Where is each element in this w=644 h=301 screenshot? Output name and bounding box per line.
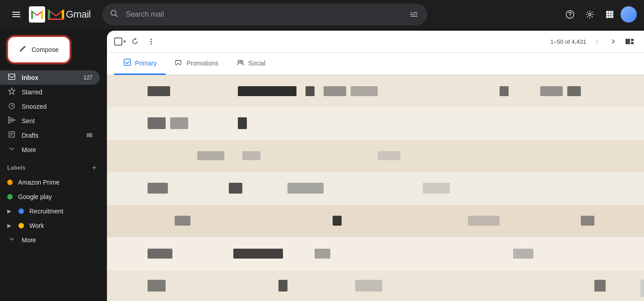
sidebar-item-work[interactable]: ▶ Work [0, 218, 100, 233]
sidebar-item-drafts[interactable]: Drafts 86 [0, 128, 100, 143]
gmail-logo-icon [29, 6, 45, 23]
app-header: Gmail [0, 0, 644, 29]
tab-social[interactable]: Social [227, 53, 274, 75]
recruitment-dot [19, 208, 24, 214]
svg-point-28 [151, 39, 152, 40]
pagination-prev-button[interactable] [590, 34, 604, 49]
more-chevron-icon [7, 145, 16, 155]
svg-point-30 [151, 43, 152, 45]
select-dropdown-icon[interactable]: ▾ [123, 38, 126, 45]
svg-point-36 [241, 60, 243, 63]
settings-button[interactable] [581, 5, 599, 23]
pagination-info: 1–50 of 4,431 [550, 38, 586, 45]
table-row[interactable] [107, 140, 644, 172]
work-label: Work [29, 222, 44, 229]
avatar[interactable] [621, 6, 637, 23]
svg-rect-11 [410, 14, 417, 15]
search-filter-button[interactable] [406, 6, 422, 23]
google-play-label: Google play [18, 193, 52, 200]
sidebar-item-google-play[interactable]: Google play [0, 190, 100, 204]
compose-icon [19, 45, 26, 54]
table-row[interactable] [107, 205, 644, 237]
add-label-button[interactable]: + [89, 162, 100, 173]
svg-rect-21 [606, 14, 608, 16]
sidebar-item-more[interactable]: More [0, 143, 100, 157]
sidebar-item-amazon-prime[interactable]: Amazon Prime [0, 175, 100, 190]
search-bar [102, 4, 427, 25]
svg-rect-26 [611, 16, 613, 18]
inbox-badge: 127 [83, 74, 93, 81]
search-input[interactable] [102, 4, 427, 25]
amazon-prime-dot [7, 180, 13, 185]
svg-rect-33 [631, 42, 634, 44]
sidebar-item-inbox[interactable]: Inbox 127 [0, 70, 100, 85]
svg-point-29 [151, 41, 152, 42]
apps-button[interactable] [601, 5, 619, 23]
sidebar-item-starred[interactable]: Starred [0, 85, 100, 99]
drafts-label: Drafts [22, 132, 38, 139]
email-list[interactable] [107, 75, 644, 301]
more-labels-label: More [22, 236, 36, 244]
recruitment-label: Recruitment [29, 208, 63, 215]
promotions-tab-label: Promotions [186, 60, 218, 67]
refresh-button[interactable] [128, 34, 142, 49]
sent-label: Sent [22, 117, 35, 125]
svg-rect-18 [606, 11, 608, 13]
social-tab-label: Social [248, 60, 265, 67]
starred-label: Starred [22, 88, 42, 96]
svg-rect-0 [12, 12, 20, 13]
svg-rect-25 [609, 16, 611, 18]
sidebar-item-sent[interactable]: Sent [0, 114, 100, 128]
sidebar: Compose Inbox 127 Starred [0, 29, 107, 301]
work-dot [19, 223, 24, 228]
tab-promotions[interactable]: Promotions [166, 53, 227, 75]
sidebar-item-recruitment[interactable]: ▶ Recruitment [0, 204, 100, 218]
inbox-tabs: Primary Promotions [107, 53, 644, 75]
logo-area: Gmail [29, 6, 99, 23]
email-toolbar: ▾ 1–50 of 4,431 [107, 31, 644, 53]
help-button[interactable] [561, 5, 579, 23]
svg-rect-34 [124, 59, 130, 65]
svg-rect-13 [412, 12, 413, 14]
table-row[interactable] [107, 237, 644, 270]
snoozed-label: Snoozed [22, 103, 46, 110]
compose-label: Compose [32, 46, 59, 53]
svg-rect-12 [410, 16, 417, 17]
svg-rect-22 [609, 14, 611, 16]
drafts-badge: 86 [87, 132, 93, 139]
sent-icon [7, 116, 16, 126]
layout-button[interactable] [622, 34, 637, 49]
table-row[interactable] [107, 75, 644, 107]
svg-point-35 [238, 60, 241, 63]
drafts-icon [7, 130, 16, 140]
tab-primary[interactable]: Primary [114, 53, 166, 75]
email-content: ▾ 1–50 of 4,431 [107, 31, 644, 301]
select-all-checkbox[interactable] [114, 37, 122, 46]
table-row[interactable] [107, 107, 644, 140]
more-labels-chevron-icon [7, 235, 16, 245]
svg-rect-20 [611, 11, 613, 13]
sidebar-item-more-labels[interactable]: More [0, 233, 100, 247]
menu-button[interactable] [7, 5, 25, 23]
work-expand-icon: ▶ [7, 222, 11, 229]
svg-point-17 [589, 14, 591, 16]
inbox-label: Inbox [22, 74, 38, 81]
gmail-m-icon [47, 8, 65, 21]
primary-tab-icon [123, 58, 131, 68]
table-row[interactable] [107, 270, 644, 301]
svg-rect-8 [48, 19, 64, 20]
amazon-prime-label: Amazon Prime [18, 179, 60, 186]
svg-rect-19 [609, 11, 611, 13]
star-icon [7, 87, 16, 97]
svg-rect-6 [48, 10, 50, 20]
pagination-next-button[interactable] [606, 34, 621, 49]
more-toolbar-button[interactable] [144, 34, 158, 49]
compose-button[interactable]: Compose [7, 36, 70, 63]
scrollbar-thumb[interactable] [640, 279, 644, 297]
svg-rect-24 [606, 16, 608, 18]
recruitment-expand-icon: ▶ [7, 208, 11, 214]
gmail-label: Gmail [66, 9, 91, 20]
sidebar-item-snoozed[interactable]: Snoozed [0, 99, 100, 114]
table-row[interactable] [107, 172, 644, 205]
select-checkbox-area[interactable]: ▾ [114, 37, 126, 46]
